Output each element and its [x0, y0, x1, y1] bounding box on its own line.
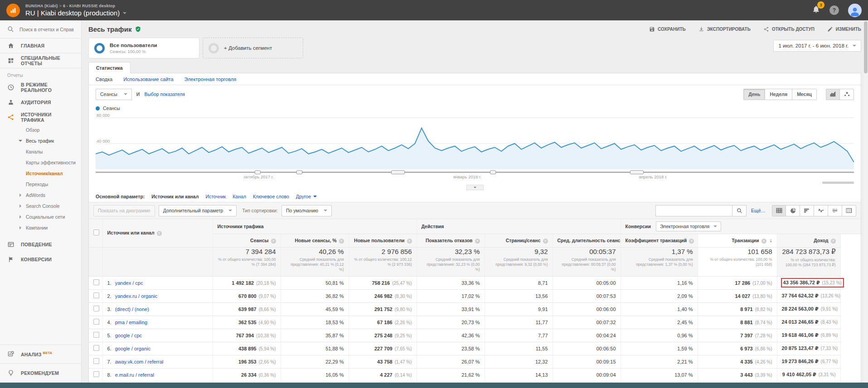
metric-dropdown[interactable]: Сеансы — [96, 89, 132, 100]
help-icon[interactable]: ? — [271, 239, 276, 244]
sidebar-item-referrals[interactable]: Переходы — [0, 179, 81, 190]
help-icon[interactable]: ? — [831, 239, 836, 244]
timeline-scrubber[interactable] — [96, 170, 854, 174]
advanced-filter-link[interactable]: Ещё… — [751, 208, 766, 213]
dimension-channel[interactable]: Канал — [233, 194, 246, 199]
source-medium-link[interactable]: away.vk.com / referral — [115, 359, 164, 364]
annotation-marker[interactable] — [296, 170, 302, 174]
dimension-keyword[interactable]: Ключевое слово — [253, 194, 289, 199]
sidebar-item-overview[interactable]: Обзор — [0, 125, 81, 135]
secondary-dimension-dropdown[interactable]: Дополнительный параметр — [159, 205, 237, 216]
annotation-marker[interactable] — [255, 170, 261, 174]
granularity-month-button[interactable]: Месяц — [792, 89, 817, 100]
dimension-source[interactable]: Источник — [205, 194, 226, 199]
view-selector[interactable]: RU | Kiabi desktop (production) — [25, 9, 126, 17]
select-metric-link[interactable]: Выбор показателя — [144, 91, 185, 97]
sidebar-item-analysis[interactable]: АНАЛИЗBETA — [0, 345, 81, 364]
breadcrumb-account[interactable]: BUNSHA (Kiabi) — [25, 4, 58, 8]
granularity-week-button[interactable]: Неделя — [765, 89, 792, 100]
trend-svg[interactable] — [96, 112, 854, 170]
sidebar-item-campaigns[interactable]: Кампании — [0, 222, 81, 233]
pivot-view-button[interactable] — [842, 205, 856, 216]
source-medium-link[interactable]: pma / emailing — [115, 320, 148, 325]
source-medium-link[interactable]: yandex / cpc — [115, 280, 143, 286]
scrollbar-thumb[interactable] — [822, 182, 854, 184]
save-button[interactable]: СОХРАНИТЬ — [649, 26, 686, 32]
tab-statistics[interactable]: Статистика — [88, 62, 131, 73]
sidebar-item-discover[interactable]: РЕКОМЕНДУЕМ — [0, 364, 81, 383]
sidebar-item-conversions[interactable]: КОНВЕРСИИ — [0, 252, 81, 267]
sidebar-item-social[interactable]: Социальные сети — [0, 211, 81, 222]
source-medium-link[interactable]: google / cpc — [115, 333, 142, 338]
share-button[interactable]: ОТКРЫТЬ ДОСТУП — [763, 26, 815, 32]
help-button[interactable]: ? — [829, 5, 839, 15]
subtab-summary[interactable]: Сводка — [96, 77, 112, 82]
google-analytics-logo-icon[interactable] — [6, 4, 20, 17]
help-icon[interactable]: ? — [339, 239, 344, 244]
avatar[interactable] — [848, 4, 862, 17]
granularity-day-button[interactable]: День — [743, 89, 765, 100]
col-bounce-rate[interactable]: Показатель отказов? — [417, 234, 485, 247]
nav-search[interactable] — [0, 20, 81, 38]
scrollbar-thumb[interactable] — [864, 21, 868, 73]
notifications-button[interactable]: 3 — [812, 5, 820, 15]
col-new-sessions[interactable]: Новые сеансы, %? — [281, 234, 349, 247]
help-icon[interactable]: ? — [543, 239, 548, 244]
source-medium-link[interactable]: yandex.ru / organic — [115, 293, 158, 299]
col-new-users[interactable]: Новые пользователи? — [349, 234, 417, 247]
date-range-selector[interactable]: 1 июл. 2017 г. - 6 июн. 2018 г. — [773, 40, 861, 52]
dimension-other-dropdown[interactable]: Другое — [296, 194, 317, 199]
sidebar-item-realtime[interactable]: В РЕЖИМЕ РЕАЛЬНОГО — [0, 80, 81, 95]
row-checkbox[interactable] — [93, 306, 99, 311]
help-icon[interactable]: ? — [689, 239, 694, 244]
source-medium-link[interactable]: e.mail.ru / referral — [115, 372, 154, 378]
sidebar-item-behavior[interactable]: ПОВЕДЕНИЕ — [0, 237, 81, 252]
row-checkbox[interactable] — [93, 345, 99, 351]
export-button[interactable]: ЭКСПОРТИРОВАТЬ — [698, 26, 751, 32]
row-checkbox[interactable] — [93, 358, 99, 364]
dimension-source-medium[interactable]: Источник или канал — [151, 194, 199, 199]
source-medium-link[interactable]: (direct) / (none) — [115, 307, 149, 312]
performance-view-button[interactable] — [800, 205, 814, 216]
breadcrumb-property[interactable]: 6 - KIABI RUSSIE desktop — [63, 4, 115, 8]
line-chart-view-button[interactable] — [826, 89, 840, 100]
collapse-chart-button[interactable] — [466, 185, 484, 190]
sidebar-item-all-traffic[interactable]: Весь трафик — [0, 135, 81, 146]
row-checkbox[interactable] — [93, 292, 99, 298]
sidebar-item-adwords[interactable]: AdWords — [0, 190, 81, 201]
term-cloud-view-button[interactable] — [828, 205, 842, 216]
row-checkbox[interactable] — [93, 279, 99, 285]
table-search-button[interactable] — [732, 205, 747, 216]
sort-type-dropdown[interactable]: По умолчанию — [281, 205, 332, 216]
col-conversion-rate[interactable]: Коэффициент транзакций? — [621, 234, 698, 247]
sessions-trend-chart[interactable]: 80 000 40 000 — [96, 112, 854, 170]
sidebar-item-source-medium[interactable]: Источник/канал — [0, 168, 81, 179]
sidebar-item-channels[interactable]: Каналы — [0, 146, 81, 157]
dimension-column-header[interactable]: Источник или канал? — [102, 219, 213, 247]
edit-button[interactable]: ИЗМЕНИТЬ — [827, 26, 861, 32]
table-search-input[interactable] — [655, 205, 732, 216]
annotation-marker-cluster[interactable] — [630, 170, 644, 174]
motion-chart-view-button[interactable] — [840, 89, 854, 100]
select-all-checkbox[interactable] — [93, 230, 99, 235]
col-revenue[interactable]: Доход? — [777, 234, 840, 247]
sidebar-item-search-console[interactable]: Search Console — [0, 201, 81, 211]
sidebar-item-audience[interactable]: АУДИТОРИЯ — [0, 95, 81, 110]
row-checkbox[interactable] — [93, 319, 99, 325]
col-transactions-sorted[interactable]: Транзакции?↓ — [698, 234, 777, 247]
source-medium-link[interactable]: google / organic — [115, 346, 150, 351]
subtab-ecommerce[interactable]: Электронная торговля — [184, 77, 237, 82]
sidebar-item-home[interactable]: ГЛАВНАЯ — [0, 38, 81, 53]
search-input[interactable] — [19, 27, 74, 32]
annotation-marker-cluster[interactable] — [391, 170, 405, 174]
col-avg-duration[interactable]: Сред. длительность сеанса? — [553, 234, 621, 247]
col-pages-per-session[interactable]: Страниц/сеанс? — [485, 234, 553, 247]
subtab-site-usage[interactable]: Использование сайта — [123, 77, 173, 82]
sidebar-item-treemaps[interactable]: Карты эффективности — [0, 157, 81, 168]
percentage-view-button[interactable] — [786, 205, 800, 216]
col-sessions[interactable]: Сеансы? — [213, 234, 281, 247]
data-view-button[interactable] — [772, 205, 786, 216]
add-segment-button[interactable]: + Добавить сегмент — [203, 38, 303, 58]
help-icon[interactable]: ? — [761, 239, 766, 244]
annotation-marker[interactable] — [490, 170, 496, 174]
